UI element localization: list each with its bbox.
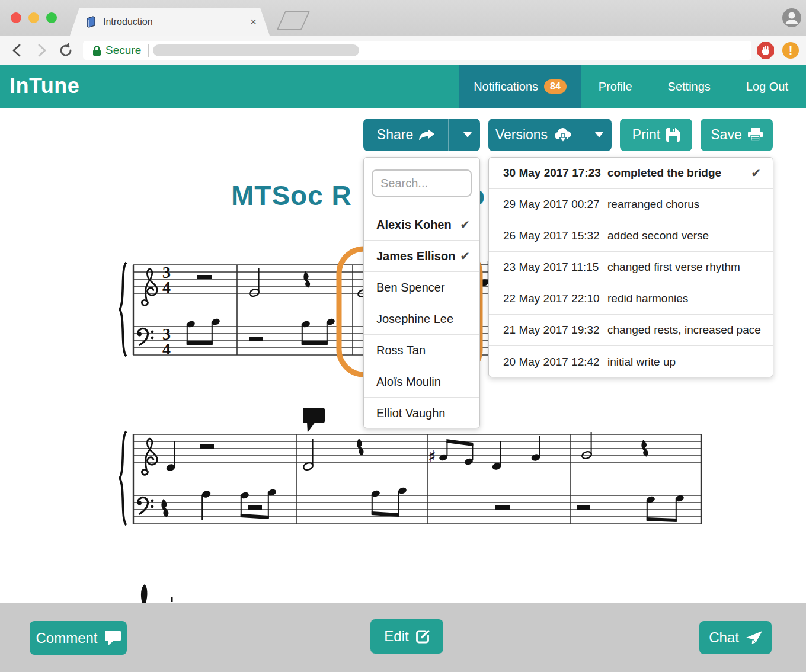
version-row[interactable]: 26 May 2017 15:32 added second verse (489, 220, 773, 252)
version-row[interactable]: 21 May 2017 19:32 changed rests, increas… (489, 315, 773, 346)
share-arrow-icon (419, 129, 434, 141)
print-button[interactable]: Print (620, 119, 692, 151)
caret-down-icon (595, 132, 603, 137)
new-tab-button[interactable] (277, 11, 311, 30)
chat-button[interactable]: Chat (699, 621, 772, 654)
close-window-button[interactable] (11, 12, 21, 23)
floppy-disk-icon (666, 128, 680, 142)
share-person-row[interactable]: Josephine Lee (364, 303, 479, 335)
reload-icon[interactable] (57, 41, 75, 59)
secure-label: Secure (105, 44, 141, 57)
version-row[interactable]: 23 May 2017 11:15 changed first verse rh… (489, 252, 773, 283)
svg-text:4: 4 (162, 340, 171, 358)
sheet-music-system-3-fragment (133, 581, 204, 603)
edit-pencil-icon (416, 630, 430, 644)
comment-marker-icon[interactable] (301, 407, 327, 435)
share-button-group: Share (363, 119, 480, 151)
minimize-window-button[interactable] (28, 12, 39, 23)
back-icon[interactable] (8, 41, 26, 59)
browser-titlebar: Introduction × (0, 0, 806, 36)
browser-window: Introduction × Secure (0, 0, 806, 672)
check-icon: ✔ (751, 166, 761, 180)
cloud-download-icon (554, 127, 572, 143)
versions-dropdown-panel: 30 May 2017 17:23 completed the bridge ✔… (488, 157, 773, 377)
nav-item-settings[interactable]: Settings (650, 65, 728, 108)
share-person-row[interactable]: Ben Spencer (364, 272, 479, 303)
svg-text:4: 4 (162, 278, 171, 296)
version-row[interactable]: 22 May 2017 22:10 redid harmonies (489, 283, 773, 315)
edit-button[interactable]: Edit (370, 619, 443, 654)
url-redacted-blob (153, 44, 359, 56)
app-logo[interactable]: InTune (9, 73, 79, 98)
share-person-row[interactable]: Ross Tan (364, 335, 479, 366)
check-icon: ✔ (460, 249, 470, 263)
save-button[interactable]: Save (701, 119, 773, 151)
footer-bar: Comment Edit Chat (0, 603, 806, 672)
versions-dropdown-caret[interactable] (580, 119, 612, 151)
browser-tab[interactable]: Introduction × (70, 8, 270, 36)
tab-close-icon[interactable]: × (250, 15, 257, 28)
share-search-input[interactable] (372, 169, 472, 197)
speech-bubble-icon (105, 631, 121, 645)
extension-warning-icon[interactable]: ! (781, 41, 800, 60)
app-navbar: InTune Notifications 84 Profile Settings… (0, 65, 806, 108)
versions-button[interactable]: Versions (488, 119, 580, 151)
versions-button-group: Versions (488, 119, 612, 151)
version-row[interactable]: 30 May 2017 17:23 completed the bridge ✔ (489, 158, 773, 189)
version-row[interactable]: 20 May 2017 12:42 initial write up (489, 346, 773, 377)
extension-stop-hand-icon[interactable] (756, 41, 775, 60)
nav-item-notifications[interactable]: Notifications 84 (459, 65, 581, 108)
address-bar[interactable]: Secure ☆ (83, 41, 751, 60)
nav-item-logout[interactable]: Log Out (728, 65, 806, 108)
check-icon: ✔ (460, 217, 470, 232)
svg-text:♯: ♯ (428, 447, 436, 466)
paper-plane-icon (746, 631, 762, 644)
version-row[interactable]: 29 May 2017 00:27 rearranged chorus (489, 189, 773, 220)
share-dropdown-panel: Alexis Kohen ✔ James Ellison ✔ Ben Spenc… (363, 157, 480, 428)
tab-title: Introduction (103, 17, 250, 27)
browser-toolbar: Secure ☆ ! (0, 36, 806, 65)
share-dropdown-caret[interactable] (448, 119, 480, 151)
browser-profile-avatar[interactable] (782, 8, 801, 27)
address-separator (148, 44, 149, 57)
notifications-badge: 84 (544, 79, 567, 94)
sheet-music-system-2: ♯ (120, 431, 701, 525)
nav-item-profile[interactable]: Profile (581, 65, 650, 108)
zoom-window-button[interactable] (46, 12, 57, 23)
share-search-wrap (364, 158, 479, 209)
share-button[interactable]: Share (363, 119, 448, 151)
share-person-row[interactable]: Alexis Kohen ✔ (364, 209, 479, 241)
printer-icon (748, 128, 763, 142)
caret-down-icon (463, 132, 472, 137)
secure-lock-icon (92, 45, 101, 56)
warning-glyph: ! (789, 44, 793, 57)
share-person-row[interactable]: James Ellison ✔ (364, 241, 479, 272)
comment-button[interactable]: Comment (30, 621, 127, 655)
tab-favicon-icon (85, 16, 96, 28)
share-person-row[interactable]: Elliot Vaughn (364, 398, 479, 429)
forward-icon[interactable] (33, 41, 50, 59)
document-title: MTSoc R (231, 180, 352, 212)
share-person-row[interactable]: Aloïs Moulin (364, 366, 479, 398)
